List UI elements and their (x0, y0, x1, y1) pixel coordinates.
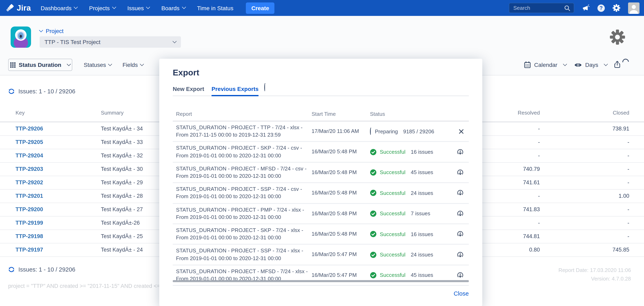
export-status: Successful 16 issues (370, 224, 433, 244)
issue-key-link[interactable]: TTP-29200 (16, 203, 43, 216)
project-select[interactable]: TTP - TIS Test Project (40, 36, 181, 48)
jira-logo[interactable]: Jira (6, 3, 31, 12)
issue-key-link[interactable]: TTP-29204 (16, 149, 43, 162)
status-label: Successful (380, 272, 406, 278)
fields-menu[interactable]: Fields (122, 59, 144, 71)
download-icon[interactable] (456, 210, 464, 217)
column-header-key[interactable]: Key (16, 110, 25, 116)
export-row-action[interactable] (456, 224, 464, 244)
report-footer: Report Date: 17.03.2020 11:06 Version: 4… (558, 266, 631, 283)
success-check-icon (370, 251, 376, 258)
report-type-picker[interactable]: Status Duration (8, 59, 72, 71)
chevron-down-icon (604, 62, 608, 66)
refresh-icon[interactable] (8, 88, 15, 95)
export-row-action[interactable] (456, 142, 464, 162)
export-row: STATUS_DURATION - PROJECT - MFSD - 7/24 … (173, 265, 469, 286)
status-label: Successful (380, 252, 406, 258)
nav-search[interactable] (509, 3, 574, 13)
export-row-action[interactable] (456, 183, 464, 203)
exports-table-body: STATUS_DURATION - PROJECT - TTP - 7/24 -… (173, 122, 469, 286)
nav-item-time-in-status[interactable]: Time in Status (197, 5, 234, 11)
user-avatar[interactable] (628, 2, 640, 14)
export-row-action[interactable] (456, 265, 464, 285)
dialog-tabs: New Export Previous Exports (173, 84, 469, 96)
column-header-status: Status (370, 111, 385, 117)
column-header-closed[interactable]: Closed (613, 110, 629, 116)
nav-item-issues[interactable]: Issues (127, 5, 150, 11)
export-report-name: STATUS_DURATION - PROJECT - TTP - 7/24 -… (176, 124, 309, 139)
download-icon[interactable] (456, 272, 464, 279)
column-header-resolved[interactable]: Resolved (518, 110, 540, 116)
issue-closed-value: - (628, 163, 629, 176)
issue-key-link[interactable]: TTP-29205 (16, 136, 43, 149)
export-row: STATUS_DURATION - PROJECT - PMP - 7/24 -… (173, 204, 469, 224)
export-status: Successful 16 issues (370, 142, 433, 162)
issue-resolved-value: 744.81 (523, 230, 540, 243)
horizontal-scrollbar[interactable] (173, 280, 469, 282)
download-icon[interactable] (456, 230, 464, 238)
eye-icon (574, 62, 582, 67)
status-detail: 45 issues (411, 272, 433, 278)
export-start-time: 16/Mar/20 5:48 PM (312, 224, 357, 244)
export-status: Successful 24 issues (370, 183, 433, 203)
report-version: Version: 4.7.0.28 (558, 274, 631, 283)
issue-closed-value: - (628, 176, 629, 189)
close-button[interactable]: Close (454, 290, 469, 297)
export-start-time: 16/Mar/20 5:48 PM (312, 142, 357, 162)
export-row: STATUS_DURATION - PROJECT - TTP - 7/24 -… (173, 122, 469, 142)
calendar-menu[interactable]: Calendar (524, 59, 566, 71)
download-icon[interactable] (456, 148, 464, 155)
download-icon[interactable] (456, 169, 464, 176)
issue-key-link[interactable]: TTP-29201 (16, 190, 43, 203)
status-detail: 24 issues (411, 190, 433, 196)
issue-closed-value: 1.00 (618, 190, 629, 203)
issue-summary: Test KaydÄ± - 27 (101, 203, 143, 216)
days-menu[interactable]: Days (574, 59, 607, 71)
nav-item-dashboards[interactable]: Dashboards (41, 5, 77, 11)
issue-key-link[interactable]: TTP-29203 (16, 163, 43, 176)
issue-summary: Test KaydÄ± - 28 (101, 190, 143, 203)
chevron-down-icon (182, 5, 186, 9)
nav-item-projects[interactable]: Projects (89, 5, 115, 11)
announcements-icon[interactable] (582, 4, 590, 12)
column-header-summary[interactable]: Summary (101, 110, 124, 116)
issue-key-link[interactable]: TTP-29197 (16, 243, 43, 257)
nav-right-group: ? (509, 2, 644, 14)
download-icon[interactable] (456, 189, 464, 197)
spinner-icon (370, 128, 372, 134)
chevron-down-icon (172, 39, 176, 43)
issue-key-link[interactable]: TTP-29206 (16, 122, 43, 135)
breadcrumb-project[interactable]: Project (40, 28, 64, 34)
success-check-icon (370, 169, 376, 176)
gear-icon[interactable] (612, 4, 620, 12)
help-icon[interactable]: ? (598, 4, 605, 12)
tab-previous-exports[interactable]: Previous Exports (212, 86, 258, 96)
issue-key-link[interactable]: TTP-29199 (16, 216, 43, 230)
issue-key-link[interactable]: TTP-29202 (16, 176, 43, 189)
issue-resolved-value: - (538, 190, 540, 203)
refresh-icon[interactable] (8, 266, 15, 273)
download-icon[interactable] (456, 251, 464, 258)
create-button[interactable]: Create (246, 2, 274, 14)
cancel-icon[interactable] (458, 129, 464, 134)
issue-closed-value: 738.91 (612, 122, 629, 135)
tab-new-export[interactable]: New Export (173, 86, 204, 95)
report-settings-gear-icon[interactable] (610, 29, 625, 45)
issue-resolved-value: 740.79 (523, 163, 540, 176)
status-label: Preparing (375, 128, 398, 134)
issue-summary: Test KaydÄ± - 25 (101, 230, 143, 243)
export-row-action[interactable] (458, 122, 464, 141)
export-row-action[interactable] (456, 245, 464, 265)
jira-logo-icon (6, 3, 15, 12)
nav-item-boards[interactable]: Boards (161, 5, 185, 11)
statuses-menu[interactable]: Statuses (84, 59, 112, 71)
issue-key-link[interactable]: TTP-29198 (16, 230, 43, 243)
grid-icon (10, 62, 16, 67)
export-report-name: STATUS_DURATION - PROJECT - SKP - 7/24 -… (176, 145, 309, 159)
issue-resolved-value: 0.80 (529, 243, 540, 257)
export-row-action[interactable] (456, 163, 464, 182)
issue-summary: Test KaydÄ± - 29 (101, 176, 143, 189)
export-row-action[interactable] (456, 204, 464, 223)
export-button[interactable] (613, 59, 622, 70)
search-input[interactable] (512, 4, 564, 11)
